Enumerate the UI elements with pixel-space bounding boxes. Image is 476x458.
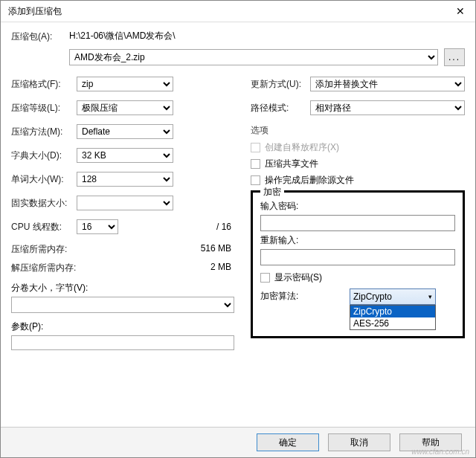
password2-input[interactable] — [260, 249, 455, 265]
ok-button[interactable]: 确定 — [257, 433, 319, 451]
params-label: 参数(P): — [11, 320, 234, 333]
algorithm-dropdown-list: ZipCrypto AES-256 — [350, 305, 436, 330]
solid-label: 固实数据大小: — [11, 197, 77, 210]
options-title: 选项 — [251, 124, 465, 137]
word-select[interactable]: 128 — [77, 172, 173, 187]
dict-label: 字典大小(D): — [11, 149, 77, 162]
archive-label: 压缩包(A): — [11, 30, 69, 43]
opt-delete-label: 操作完成后删除源文件 — [265, 174, 354, 187]
paths-label: 路径模式: — [251, 102, 310, 115]
solid-select[interactable] — [77, 196, 173, 210]
titlebar: 添加到压缩包 ✕ — [1, 1, 475, 22]
dialog-footer: 确定 取消 帮助 www.cfan.com.cn — [1, 427, 475, 457]
algorithm-select[interactable]: ZipCrypto ▾ — [350, 288, 436, 305]
paths-select[interactable]: 相对路径 — [310, 100, 465, 115]
archive-label-row: 压缩包(A): H:\21-06\微信\AMD发布会\ — [11, 30, 465, 44]
password2-label: 重新输入: — [260, 234, 455, 247]
checkbox-icon — [251, 159, 260, 169]
password-input[interactable] — [260, 215, 455, 231]
checkbox-icon — [251, 143, 260, 152]
dialog-window: 添加到压缩包 ✕ 压缩包(A): H:\21-06\微信\AMD发布会\ AMD… — [0, 0, 476, 458]
format-select[interactable]: zip — [77, 77, 173, 91]
show-password-checkbox[interactable]: 显示密码(S) — [260, 271, 455, 284]
threads-label: CPU 线程数: — [11, 221, 77, 233]
left-column: 压缩格式(F): zip 压缩等级(L): 极限压缩 压缩方法(M): Defl… — [11, 77, 234, 350]
method-select[interactable]: Deflate — [77, 124, 173, 139]
opt-sfx-checkbox: 创建自释放程序(X) — [251, 141, 465, 154]
browse-button[interactable]: ... — [444, 48, 465, 66]
opt-sfx-label: 创建自释放程序(X) — [265, 141, 339, 154]
word-label: 单词大小(W): — [11, 173, 77, 186]
params-input[interactable] — [11, 335, 234, 350]
algorithm-value: ZipCrypto — [353, 291, 392, 302]
archive-file-select[interactable]: AMD发布会_2.zip — [69, 49, 438, 65]
dialog-body: 压缩包(A): H:\21-06\微信\AMD发布会\ AMD发布会_2.zip… — [1, 22, 475, 427]
update-label: 更新方式(U): — [251, 78, 310, 91]
format-label: 压缩格式(F): — [11, 78, 77, 91]
algorithm-option[interactable]: ZipCrypto — [350, 306, 435, 317]
mem-compress-label: 压缩所需内存: — [11, 243, 77, 256]
checkbox-icon — [251, 175, 260, 185]
window-title: 添加到压缩包 — [8, 5, 446, 18]
opt-share-label: 压缩共享文件 — [265, 158, 318, 170]
algorithm-label: 加密算法: — [260, 290, 350, 303]
opt-delete-checkbox[interactable]: 操作完成后删除源文件 — [251, 174, 465, 187]
opt-share-checkbox[interactable]: 压缩共享文件 — [251, 158, 465, 170]
close-icon[interactable]: ✕ — [446, 1, 475, 22]
dict-select[interactable]: 32 KB — [77, 148, 173, 163]
mem-compress-value: 516 MB — [201, 243, 234, 256]
mem-decompress-value: 2 MB — [210, 262, 234, 274]
volume-select[interactable] — [11, 297, 234, 313]
update-select[interactable]: 添加并替换文件 — [310, 77, 465, 91]
threads-total: / 16 — [216, 222, 234, 232]
algorithm-option[interactable]: AES-256 — [350, 317, 435, 329]
level-select[interactable]: 极限压缩 — [77, 100, 173, 115]
archive-path: H:\21-06\微信\AMD发布会\ — [69, 30, 176, 42]
right-column: 更新方式(U): 添加并替换文件 路径模式: 相对路径 选项 创建自释放程序(X… — [251, 77, 465, 350]
chevron-down-icon: ▾ — [428, 293, 432, 300]
show-password-label: 显示密码(S) — [274, 271, 322, 284]
cancel-button[interactable]: 取消 — [328, 433, 390, 451]
mem-decompress-label: 解压缩所需内存: — [11, 262, 77, 274]
method-label: 压缩方法(M): — [11, 126, 77, 138]
encryption-group: 加密 输入密码: 重新输入: 显示密码(S) 加密算法: ZipCrypto — [251, 190, 465, 338]
encryption-legend: 加密 — [260, 186, 284, 199]
threads-select[interactable]: 16 — [77, 219, 118, 234]
checkbox-icon — [260, 273, 270, 283]
password-label: 输入密码: — [260, 200, 455, 213]
volume-label: 分卷大小，字节(V): — [11, 282, 234, 294]
watermark: www.cfan.com.cn — [411, 448, 469, 456]
level-label: 压缩等级(L): — [11, 102, 77, 115]
